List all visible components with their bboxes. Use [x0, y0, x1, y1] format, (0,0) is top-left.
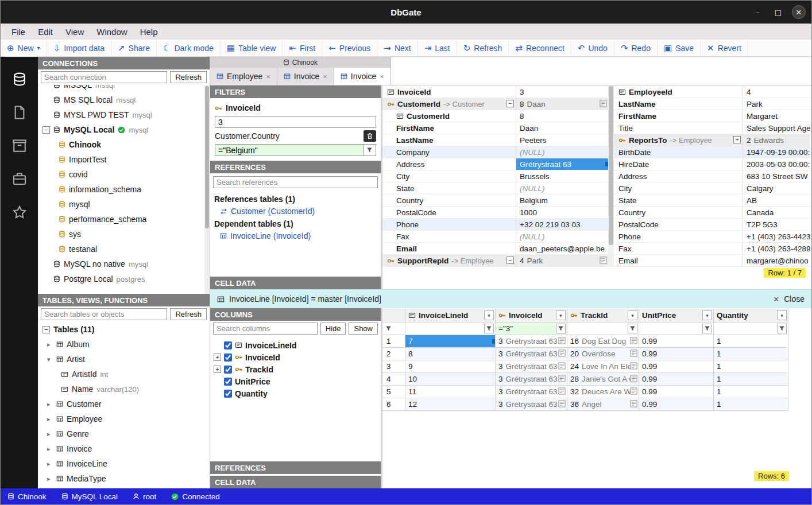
column-checkbox[interactable] — [224, 366, 232, 374]
form-field-name[interactable]: State — [382, 182, 516, 194]
refresh-connections-button[interactable]: Refresh — [170, 71, 207, 83]
cell-invoiceid[interactable]: 3 Grétrystraat 63 — [496, 348, 567, 360]
form-field-value[interactable]: (NULL) — [516, 231, 608, 242]
form-field-name[interactable]: LastName — [382, 134, 516, 146]
open-record-icon[interactable] — [558, 375, 566, 382]
open-record-icon[interactable] — [600, 257, 607, 264]
form-field-name[interactable]: Company — [382, 146, 516, 158]
row-number[interactable]: 6 — [382, 398, 405, 411]
cell-quantity[interactable]: 1 — [714, 335, 788, 348]
menu-edit[interactable]: Edit — [32, 25, 59, 38]
form-field-value[interactable]: Sales Support Age — [743, 122, 810, 134]
column-header-quantity[interactable]: Quantity ▾ — [714, 309, 788, 323]
form-field-value[interactable]: 2 Edwards — [743, 134, 810, 146]
form-field-value[interactable]: +32 02 219 03 03 — [516, 219, 608, 230]
column-toggle-unitprice[interactable]: UnitPrice — [210, 375, 381, 387]
refresh-button[interactable]: ↻ Refresh — [457, 40, 509, 56]
column-menu-dropdown[interactable]: ▾ — [702, 310, 712, 320]
chevron-icon[interactable]: ▸ — [47, 445, 53, 453]
database-mysql[interactable]: mysql — [38, 197, 210, 212]
form-field-value[interactable]: 3 — [516, 86, 608, 98]
form-field-value[interactable]: 1000 — [516, 207, 608, 218]
form-field-value[interactable]: Belgium — [516, 195, 608, 206]
cell-quantity[interactable]: 1 — [714, 348, 788, 360]
form-field-value[interactable]: Park — [743, 98, 810, 110]
database-testanal[interactable]: testanal — [38, 242, 210, 257]
search-tables-input[interactable] — [41, 308, 167, 320]
form-field-name[interactable]: BirthDate — [614, 146, 743, 158]
cell-trackid[interactable]: 36 Angel — [567, 398, 639, 411]
filter-cell-unitprice[interactable] — [639, 323, 714, 335]
form-field-value[interactable]: 1947-09-19 00:00: — [743, 146, 810, 158]
cell-quantity[interactable]: 1 — [714, 386, 788, 398]
references-section-header[interactable]: REFERENCES — [210, 161, 381, 173]
hide-columns-button[interactable]: Hide — [320, 323, 346, 335]
open-record-icon[interactable] — [630, 337, 637, 344]
form-field-name[interactable]: Phone — [614, 231, 743, 242]
table-employee[interactable]: ▸ Employee — [38, 411, 210, 426]
expand-toggle[interactable]: − — [42, 126, 50, 134]
cell-trackid[interactable]: 16 Dog Eat Dog — [567, 335, 639, 348]
archive-panel-icon[interactable] — [12, 138, 27, 153]
form-field-name[interactable]: City — [382, 170, 516, 182]
cell-unitprice[interactable]: 0.99 — [639, 335, 714, 348]
chevron-icon[interactable]: ▸ — [47, 401, 53, 408]
connection-ms-sql-local[interactable]: MS SQL local mssql — [38, 92, 210, 107]
dark-mode-button[interactable]: ☾ Dark mode — [157, 40, 221, 56]
share-button[interactable]: ↗ Share — [111, 40, 157, 56]
cell-trackid[interactable]: 20 Overdose — [567, 348, 639, 360]
form-field-value[interactable]: margaret@chinoo — [743, 255, 810, 266]
cell-quantity[interactable]: 1 — [714, 398, 788, 411]
form-field-value[interactable]: 8 — [516, 110, 608, 122]
refresh-tables-button[interactable]: Refresh — [170, 308, 207, 320]
connection-mysl-pwd-test[interactable]: MYSL PWD TEST mysql — [38, 107, 210, 122]
open-record-icon[interactable] — [558, 387, 566, 395]
column-menu-dropdown[interactable]: ▾ — [484, 310, 494, 320]
minimize-icon[interactable]: – — [751, 5, 764, 19]
form-field-value[interactable]: Canada — [743, 207, 810, 218]
cell-unitprice[interactable]: 0.99 — [639, 386, 714, 398]
open-record-icon[interactable] — [558, 349, 566, 357]
column-toggle-quantity[interactable]: Quantity — [210, 387, 381, 399]
column-artistid[interactable]: ArtistId int — [38, 367, 210, 382]
form-field-name[interactable]: City — [614, 182, 743, 194]
files-panel-icon[interactable] — [12, 105, 27, 120]
cell-invoiceid[interactable]: 3 Grétrystraat 63 — [496, 386, 567, 398]
chevron-icon[interactable]: ▸ — [47, 430, 53, 438]
form-field-name[interactable]: SupportRepId -> Employee − — [382, 255, 516, 266]
table-view-button[interactable]: ▦ Table view — [221, 40, 283, 56]
expand-toggle[interactable]: + — [214, 354, 221, 361]
table-mediatype[interactable]: ▸ MediaType — [38, 471, 210, 486]
column-toggle-invoiceid[interactable]: + InvoiceId — [210, 351, 381, 363]
reference-link-customer[interactable]: Customer (CustomerId) — [213, 205, 378, 217]
tab-invoice[interactable]: Invoice × — [277, 68, 334, 85]
first-button[interactable]: ⇤ First — [283, 40, 322, 56]
cell-unitprice[interactable]: 0.99 — [639, 373, 714, 386]
form-field-value[interactable]: Margaret — [743, 110, 810, 122]
table-genre[interactable]: ▸ Genre — [38, 426, 210, 441]
form-field-value[interactable]: 683 10 Street SW — [743, 170, 810, 182]
column-toggle-invoicelineid[interactable]: InvoiceLineId — [210, 339, 381, 351]
cell-invoicelineid[interactable]: 8 — [405, 348, 496, 360]
connections-scrollbar[interactable] — [204, 85, 210, 294]
database-information-schema[interactable]: information_schema — [38, 182, 210, 197]
close-detail-button[interactable]: Close — [784, 294, 805, 304]
cell-invoiceid[interactable]: 3 Grétrystraat 63 — [496, 373, 567, 386]
maximize-icon[interactable]: □ — [771, 5, 785, 19]
undo-button[interactable]: ↶ Undo — [571, 40, 614, 56]
search-connection-input[interactable] — [41, 71, 167, 83]
form-field-name[interactable]: Fax — [614, 243, 743, 254]
cell-quantity[interactable]: 1 — [714, 373, 788, 386]
menu-window[interactable]: Window — [90, 25, 133, 38]
dependent-link-invoiceline[interactable]: InvoiceLine (InvoiceId) — [213, 230, 378, 242]
database-importtest[interactable]: ImportTest — [38, 152, 210, 167]
tables-group[interactable]: − Tables (11) — [38, 322, 210, 337]
connections-panel-icon[interactable] — [12, 72, 27, 87]
search-references-input[interactable] — [213, 176, 378, 188]
connection-mysql-local[interactable]: − MySQL Local mysql — [38, 122, 210, 137]
column-toggle-trackid[interactable]: + TrackId — [210, 363, 381, 375]
row-number[interactable]: 2 — [382, 348, 405, 360]
open-record-icon[interactable] — [630, 400, 637, 407]
cell-trackid[interactable]: 24 Love In An Ele — [567, 360, 639, 373]
open-record-icon[interactable] — [630, 375, 637, 382]
